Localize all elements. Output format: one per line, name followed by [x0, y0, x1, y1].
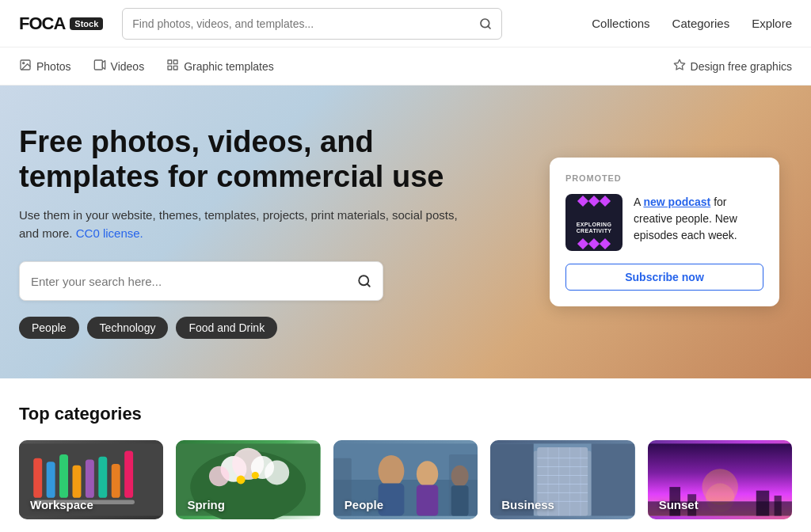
svg-rect-17: [72, 466, 81, 498]
sub-header: Photos Videos Graphic templates De: [0, 48, 811, 86]
svg-rect-16: [59, 454, 68, 498]
promo-description: A new podcast for creative people. New e…: [634, 194, 763, 244]
header: FOCA Stock Collections Categories Explor…: [0, 0, 811, 48]
search-icon: [357, 274, 371, 288]
diamond-icon: [600, 238, 611, 249]
hero-content: Free photos, videos, and templates for c…: [19, 125, 463, 339]
promo-text-prefix: A: [634, 196, 643, 208]
diamond-icon: [577, 196, 588, 207]
svg-rect-19: [98, 457, 107, 498]
category-card-people[interactable]: People: [333, 440, 478, 519]
diamond-icon: [577, 238, 588, 249]
category-label-sunset: Sunset: [659, 498, 699, 511]
svg-rect-41: [449, 454, 478, 516]
category-card-workspace[interactable]: Workspace: [19, 440, 163, 519]
category-card-spring[interactable]: Spring: [176, 440, 320, 519]
svg-rect-8: [173, 66, 177, 70]
hero-tag-food-drink[interactable]: Food and Drink: [176, 317, 277, 339]
hero-section: Free photos, videos, and templates for c…: [0, 86, 811, 378]
svg-marker-10: [674, 59, 684, 70]
hero-search-bar: [19, 261, 383, 301]
subscribe-button[interactable]: Subscribe now: [565, 264, 763, 291]
svg-rect-9: [168, 66, 172, 70]
logo-badge: Stock: [70, 17, 103, 30]
svg-rect-65: [774, 496, 781, 516]
template-icon: [166, 59, 179, 74]
subnav-graphic-templates-label: Graphic templates: [184, 60, 274, 73]
photo-icon: [19, 59, 32, 74]
subnav-videos-label: Videos: [111, 60, 145, 73]
subnav-graphic-templates[interactable]: Graphic templates: [166, 59, 274, 74]
hero-tag-technology[interactable]: Technology: [87, 317, 169, 339]
svg-rect-56: [592, 443, 635, 515]
svg-point-28: [209, 466, 230, 487]
hero-title: Free photos, videos, and templates for c…: [19, 125, 463, 194]
svg-point-30: [237, 476, 246, 484]
video-icon: [93, 59, 106, 74]
nav-item-explore[interactable]: Explore: [752, 17, 792, 30]
promo-label: PROMOTED: [565, 173, 763, 183]
sparkle-icon: [673, 59, 686, 74]
header-search-bar: [122, 8, 502, 40]
svg-rect-20: [112, 464, 120, 498]
diamond-icon: [588, 196, 600, 207]
subnav-photos[interactable]: Photos: [19, 59, 71, 74]
category-label-people: People: [345, 498, 383, 511]
svg-marker-5: [102, 60, 105, 69]
svg-rect-18: [86, 459, 94, 497]
promo-diamonds-bottom: [565, 240, 623, 248]
diamond-icon: [600, 196, 611, 207]
category-label-business: Business: [501, 498, 554, 511]
svg-rect-4: [94, 60, 102, 70]
categories-grid: Workspace Spring: [19, 440, 792, 519]
svg-line-1: [488, 26, 490, 28]
svg-line-12: [367, 284, 369, 287]
svg-rect-37: [417, 484, 438, 515]
hero-tags: People Technology Food and Drink: [19, 317, 463, 339]
header-search-button[interactable]: [479, 17, 492, 30]
svg-point-3: [23, 62, 25, 63]
hero-tag-people[interactable]: People: [19, 317, 79, 339]
svg-rect-14: [33, 458, 42, 498]
svg-point-31: [252, 472, 259, 479]
nav-item-collections[interactable]: Collections: [592, 17, 649, 30]
subnav-design-graphics-label: Design free graphics: [691, 60, 792, 73]
category-card-business[interactable]: Business: [490, 440, 634, 519]
diamond-icon: [588, 238, 600, 249]
svg-point-29: [265, 460, 290, 484]
svg-point-34: [378, 455, 404, 487]
category-card-sunset[interactable]: Sunset: [648, 440, 792, 519]
svg-point-36: [417, 461, 438, 487]
svg-rect-6: [168, 60, 172, 64]
nav-item-categories[interactable]: Categories: [672, 17, 730, 30]
promo-card: PROMOTED EXPLORING CREATIVITY A new podc…: [550, 158, 779, 306]
categories-title: Top categories: [19, 404, 792, 424]
hero-search-button[interactable]: [357, 274, 371, 288]
subnav-videos[interactable]: Videos: [93, 59, 145, 74]
svg-rect-15: [47, 462, 55, 498]
sub-nav: Photos Videos Graphic templates: [19, 59, 274, 74]
hero-license-link[interactable]: CC0 license.: [76, 226, 143, 240]
promo-diamonds-top: [565, 197, 623, 205]
category-label-spring: Spring: [187, 498, 225, 511]
logo-text: FOCA: [19, 13, 65, 34]
subnav-design-graphics[interactable]: Design free graphics: [673, 59, 792, 74]
search-icon: [479, 17, 492, 30]
categories-section: Top categories Workspace: [0, 378, 811, 532]
hero-search-input[interactable]: [31, 275, 357, 288]
promo-highlight-link[interactable]: new podcast: [643, 196, 710, 208]
svg-rect-7: [173, 60, 177, 64]
svg-rect-21: [124, 451, 133, 498]
svg-rect-64: [756, 491, 768, 516]
hero-subtitle: Use them in your website, themes, templa…: [19, 207, 463, 242]
promo-podcast-title: EXPLORING CREATIVITY: [577, 222, 612, 235]
logo[interactable]: FOCA Stock: [19, 13, 103, 34]
subnav-photos-label: Photos: [36, 60, 71, 73]
promo-thumbnail: EXPLORING CREATIVITY: [565, 194, 623, 251]
header-search-input[interactable]: [132, 17, 479, 30]
promo-body: EXPLORING CREATIVITY A new podcast for c…: [565, 194, 763, 251]
category-label-workspace: Workspace: [30, 498, 93, 511]
header-nav: Collections Categories Explore: [592, 17, 792, 30]
